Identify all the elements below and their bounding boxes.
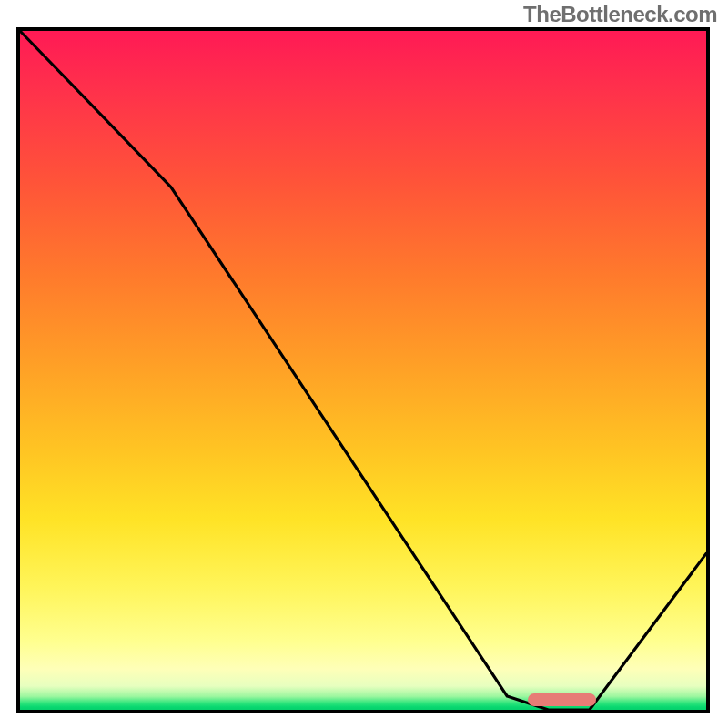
- attribution-text: TheBottleneck.com: [523, 2, 717, 27]
- plot-frame: [16, 27, 710, 713]
- chart-stage: TheBottleneck.com: [0, 0, 728, 728]
- bottleneck-curve: [20, 31, 706, 710]
- optimal-range-marker: [528, 693, 596, 706]
- bottleneck-curve-path: [20, 31, 706, 710]
